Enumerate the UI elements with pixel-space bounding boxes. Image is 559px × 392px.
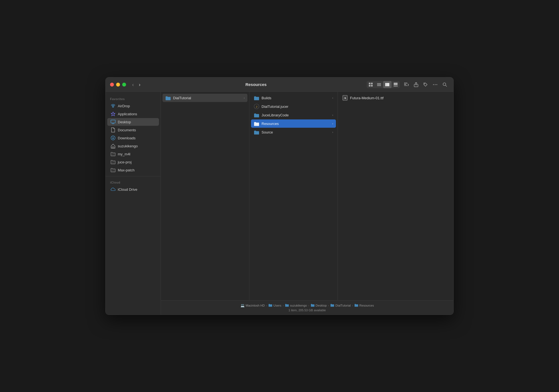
resources-bc-icon bbox=[354, 304, 358, 308]
dialtutorial-bc-icon bbox=[330, 304, 334, 308]
desktop-bc-icon bbox=[311, 304, 315, 308]
resources-arrow: › bbox=[332, 122, 333, 125]
column-item-source[interactable]: Source › bbox=[251, 128, 336, 136]
share-button[interactable] bbox=[412, 81, 420, 88]
sidebar-item-my-m4l[interactable]: my_m4l bbox=[107, 150, 159, 158]
column-item-dialtutorial[interactable]: DialTutorial › bbox=[163, 94, 247, 102]
breadcrumb-desktop-label: Desktop bbox=[316, 304, 327, 307]
breadcrumb-users[interactable]: Users bbox=[268, 304, 281, 308]
sidebar-divider bbox=[106, 176, 161, 176]
breadcrumb-dialtutorial-label: DialTutorial bbox=[335, 304, 351, 307]
view-list-button[interactable] bbox=[375, 81, 383, 88]
svg-rect-12 bbox=[395, 86, 396, 87]
breadcrumb-resources[interactable]: Resources bbox=[354, 304, 374, 308]
svg-rect-15 bbox=[405, 83, 406, 83]
breadcrumb-resources-label: Resources bbox=[359, 304, 374, 307]
breadcrumb-desktop[interactable]: Desktop bbox=[311, 304, 327, 308]
svg-text:J: J bbox=[256, 105, 257, 108]
sidebar-item-downloads[interactable]: Downloads bbox=[107, 134, 159, 142]
source-label: Source bbox=[262, 130, 330, 134]
sidebar-item-applications[interactable]: Applications bbox=[107, 110, 159, 118]
svg-rect-5 bbox=[377, 84, 381, 85]
column-3: A Futura-Medium-01.ttf bbox=[338, 92, 453, 300]
macintosh-hd-icon: 💻 bbox=[241, 304, 245, 307]
breadcrumb: 💻 Macintosh HD › Users › bbox=[241, 304, 374, 308]
svg-rect-16 bbox=[406, 83, 407, 83]
window-title: Resources bbox=[147, 82, 365, 87]
users-folder-icon bbox=[268, 304, 272, 308]
sidebar-item-desktop[interactable]: Desktop bbox=[107, 118, 159, 126]
columns-area: DialTutorial › Builds › bbox=[161, 92, 453, 315]
svg-rect-3 bbox=[371, 85, 373, 87]
svg-rect-7 bbox=[385, 83, 386, 86]
builds-label: Builds bbox=[262, 96, 330, 100]
column-1: DialTutorial › bbox=[161, 92, 249, 300]
sidebar-item-downloads-label: Downloads bbox=[118, 136, 135, 140]
columns-container: DialTutorial › Builds › bbox=[161, 92, 453, 300]
resources-folder-icon bbox=[254, 121, 259, 126]
column-2: Builds › J DialTutorial.jucer bbox=[249, 92, 338, 300]
suzukikengo-folder-icon bbox=[285, 304, 289, 308]
action-button[interactable] bbox=[431, 81, 440, 88]
view-column-button[interactable] bbox=[383, 81, 391, 88]
svg-rect-10 bbox=[394, 83, 398, 85]
sidebar-item-icloud-drive[interactable]: iCloud Drive bbox=[107, 185, 159, 193]
svg-rect-13 bbox=[396, 86, 398, 87]
breadcrumb-suzukikengo[interactable]: suzukikengo bbox=[285, 304, 307, 308]
column-item-futura[interactable]: A Futura-Medium-01.ttf bbox=[339, 94, 452, 102]
jucelibcode-label: JuceLibraryCode bbox=[262, 113, 330, 117]
minimize-button[interactable] bbox=[116, 83, 120, 87]
sidebar-item-suzukikengo[interactable]: suzukikengo bbox=[107, 142, 159, 150]
svg-point-24 bbox=[437, 84, 437, 85]
breadcrumb-sep-2: › bbox=[283, 304, 284, 307]
tag-button[interactable] bbox=[421, 81, 430, 88]
sidebar-item-juce-proj[interactable]: juce-proj bbox=[107, 158, 159, 166]
documents-icon bbox=[111, 127, 116, 132]
back-button[interactable]: ‹ bbox=[130, 82, 135, 88]
svg-point-22 bbox=[433, 84, 434, 85]
svg-point-27 bbox=[113, 106, 114, 108]
status-bar: 💻 Macintosh HD › Users › bbox=[161, 300, 453, 315]
column-item-builds[interactable]: Builds › bbox=[251, 94, 336, 102]
sidebar-item-desktop-label: Desktop bbox=[118, 120, 131, 124]
sidebar-item-max-patch[interactable]: Max-patch bbox=[107, 166, 159, 174]
search-button[interactable] bbox=[441, 81, 449, 88]
title-bar: ‹ › Resources bbox=[106, 77, 453, 92]
sidebar-item-my-m4l-label: my_m4l bbox=[118, 152, 130, 156]
breadcrumb-dialtutorial[interactable]: DialTutorial bbox=[330, 304, 351, 308]
breadcrumb-macintosh-hd-label: Macintosh HD bbox=[246, 304, 265, 307]
forward-button[interactable]: › bbox=[137, 82, 142, 88]
column-item-resources[interactable]: Resources › bbox=[251, 119, 336, 128]
group-button[interactable] bbox=[402, 81, 411, 88]
close-button[interactable] bbox=[110, 83, 114, 87]
source-folder-icon bbox=[254, 129, 259, 135]
status-text: 1 item, 205.53 GB available bbox=[288, 309, 326, 312]
column-item-jucelibcode[interactable]: JuceLibraryCode › bbox=[251, 111, 336, 119]
view-gallery-button[interactable] bbox=[391, 81, 400, 88]
svg-rect-6 bbox=[377, 85, 381, 86]
my-m4l-folder-icon bbox=[111, 151, 116, 156]
max-patch-folder-icon bbox=[111, 168, 116, 173]
sidebar-item-suzukikengo-label: suzukikengo bbox=[118, 144, 138, 148]
jucer-label: DialTutorial.jucer bbox=[262, 104, 333, 109]
breadcrumb-macintosh-hd[interactable]: 💻 Macintosh HD bbox=[241, 304, 265, 307]
view-icon-button[interactable] bbox=[367, 81, 375, 88]
column-item-jucer[interactable]: J DialTutorial.jucer bbox=[251, 102, 336, 111]
sidebar: Favorites AirDrop Application bbox=[106, 92, 161, 315]
sidebar-item-airdrop[interactable]: AirDrop bbox=[107, 102, 159, 110]
toolbar-right bbox=[365, 81, 449, 88]
sidebar-item-documents[interactable]: Documents bbox=[107, 126, 159, 134]
dialtutorial-arrow: › bbox=[244, 96, 245, 100]
main-content: Favorites AirDrop Application bbox=[106, 92, 453, 315]
svg-text:A: A bbox=[344, 96, 346, 100]
nav-buttons: ‹ › bbox=[130, 82, 142, 88]
icloud-drive-icon bbox=[111, 187, 116, 192]
futura-label: Futura-Medium-01.ttf bbox=[350, 96, 449, 100]
svg-rect-0 bbox=[369, 83, 370, 84]
svg-rect-9 bbox=[388, 83, 389, 86]
maximize-button[interactable] bbox=[122, 83, 126, 87]
sidebar-item-airdrop-label: AirDrop bbox=[118, 104, 130, 108]
svg-point-23 bbox=[435, 84, 436, 85]
juce-proj-folder-icon bbox=[111, 160, 116, 164]
svg-rect-19 bbox=[404, 85, 407, 86]
